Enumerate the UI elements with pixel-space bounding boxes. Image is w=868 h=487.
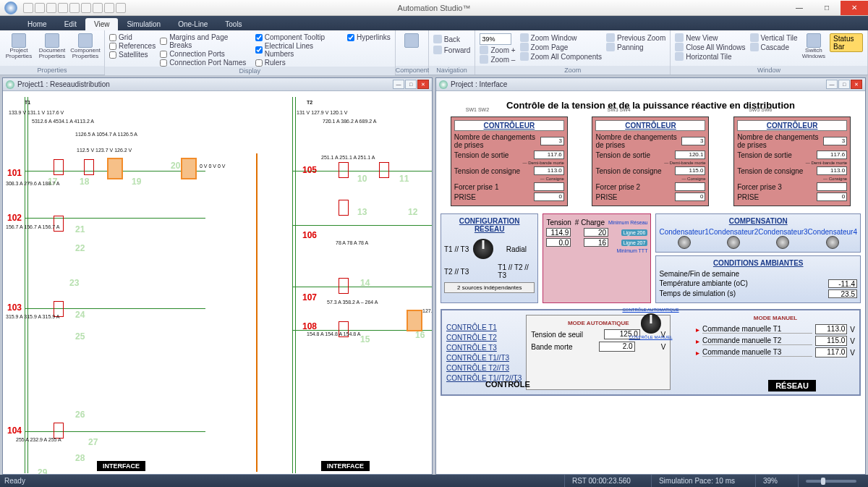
two-sources-button[interactable]: 2 sources indépendantes	[444, 282, 535, 293]
control-link[interactable]: CONTRÔLE T2//T3	[446, 364, 522, 372]
qat-save-icon[interactable]	[23, 3, 33, 13]
check-conn-ports[interactable]: Connection Ports	[160, 50, 251, 58]
qat-copy-icon[interactable]	[69, 3, 80, 13]
value-field[interactable]: 3	[823, 137, 847, 145]
panel-min-icon[interactable]: —	[393, 80, 404, 89]
value-field[interactable]: 115.0	[675, 166, 705, 175]
bus-104: 104	[7, 425, 22, 436]
tab-tools[interactable]: Tools	[216, 18, 250, 30]
value-field[interactable]: 113.0	[534, 166, 564, 175]
check-tooltip[interactable]: Component Tooltip	[255, 33, 343, 41]
nav-forward-button[interactable]: Forward	[433, 46, 471, 54]
value-field[interactable]: 0	[817, 192, 847, 201]
control-link[interactable]: CONTRÔLE T3	[446, 344, 522, 352]
value-field[interactable]: 117.6	[534, 151, 564, 159]
panel-close-icon[interactable]: ✕	[851, 80, 862, 89]
close-button[interactable]: ✕	[841, 1, 868, 15]
value-field[interactable]: 0	[675, 192, 705, 201]
zoom-input[interactable]	[480, 33, 511, 45]
zoom-slider[interactable]	[806, 480, 856, 483]
manual-value[interactable]: 113.0	[815, 324, 847, 334]
control-link[interactable]: CONTRÔLE T1	[446, 323, 522, 331]
check-references[interactable]: References	[109, 42, 156, 50]
check-rulers[interactable]: Rulers	[255, 59, 343, 67]
panel-close-icon[interactable]: ✕	[417, 80, 429, 89]
value-field[interactable]: 3	[540, 137, 564, 145]
minimize-button[interactable]: —	[786, 1, 813, 15]
cascade-button[interactable]: Cascade	[750, 43, 798, 51]
tab-home[interactable]: Home	[19, 18, 56, 30]
qat-undo-icon[interactable]	[35, 3, 45, 13]
qat-stop-icon[interactable]	[116, 3, 126, 13]
maximize-button[interactable]: □	[813, 1, 841, 15]
document-icon	[12, 33, 26, 48]
capacitor-toggle[interactable]	[776, 236, 789, 249]
vtile-button[interactable]: Vertical Tile	[750, 33, 798, 42]
zoom-all-button[interactable]: Zoom All Components	[520, 52, 602, 61]
capacitor-toggle[interactable]	[826, 236, 839, 249]
line-button[interactable]: Ligne 207	[621, 240, 648, 246]
zoom-out-icon	[480, 55, 488, 64]
check-margins[interactable]: Margins and Page Breaks	[160, 33, 251, 49]
project-properties-button[interactable]: Project Properties	[4, 32, 33, 59]
panel-min-icon[interactable]: —	[826, 80, 838, 89]
capacitor-toggle[interactable]	[678, 236, 691, 249]
manual-value[interactable]: 117.0	[815, 347, 847, 357]
controller-card: SW3 SW4CONTRÔLEURNombre de changements d…	[592, 117, 709, 206]
selector-dial[interactable]	[473, 239, 493, 259]
qat-paste-icon[interactable]	[81, 3, 91, 13]
interface-header[interactable]: Project : Interface —□✕	[436, 78, 865, 91]
component-button[interactable]	[400, 32, 424, 48]
value-field[interactable]: 120.1	[675, 151, 705, 159]
status-bar-toggle[interactable]: Status Bar	[830, 33, 863, 52]
tab-oneline[interactable]: One-Line	[169, 18, 216, 30]
control-link[interactable]: CONTRÔLE T1//T3	[446, 354, 522, 362]
interface-canvas[interactable]: Contrôle de la tension et de la puissanc…	[436, 91, 865, 474]
value-field[interactable]	[534, 182, 564, 191]
close-all-button[interactable]: Close All Windows	[675, 43, 745, 51]
schematic-header[interactable]: Project1 : Reseaudistribution —□✕	[3, 78, 432, 91]
check-satellites[interactable]: Satellites	[109, 51, 156, 59]
schematic-canvas[interactable]: 101 102 103 104 105 106 107 108 17 18 19…	[3, 91, 432, 474]
capacitor-toggle[interactable]	[727, 236, 740, 249]
manual-value[interactable]: 115.0	[815, 336, 847, 346]
qat-cut-icon[interactable]	[58, 3, 68, 13]
qat-pause-icon[interactable]	[104, 3, 114, 13]
switch-windows-button[interactable]: Switch Windows	[802, 32, 825, 59]
line-button[interactable]: Ligne 206	[621, 229, 648, 236]
value-field[interactable]: 0	[534, 192, 564, 201]
value-field[interactable]	[675, 182, 705, 191]
nav-back-button[interactable]: Back	[433, 35, 460, 43]
control-link[interactable]: CONTRÔLE T2	[446, 334, 522, 342]
breaker-icon	[54, 423, 64, 439]
value-field[interactable]: 3	[681, 137, 705, 145]
tab-view[interactable]: View	[85, 18, 119, 30]
mode-selector[interactable]: CONTRÔLE AUTOMATIQUE CONTRÔLE MANUEL	[622, 308, 678, 339]
qat-run-icon[interactable]	[93, 3, 103, 13]
new-view-button[interactable]: New View	[675, 33, 745, 42]
breaker-icon	[84, 159, 94, 175]
component-properties-button[interactable]: Component Properties	[71, 32, 100, 59]
check-grid[interactable]: Grid	[109, 33, 156, 41]
check-conn-port-names[interactable]: Connection Port Names	[160, 59, 251, 67]
value-field[interactable]: 113.0	[817, 166, 847, 175]
value-field[interactable]	[817, 182, 847, 191]
panel-max-icon[interactable]: □	[405, 80, 417, 89]
zoom-plus-button[interactable]: Zoom +	[480, 46, 515, 54]
prev-zoom-button[interactable]: Previous Zoom	[606, 33, 665, 42]
qat-redo-icon[interactable]	[46, 3, 56, 13]
panning-button[interactable]: Panning	[606, 43, 665, 51]
zoom-minus-button[interactable]: Zoom –	[480, 55, 515, 64]
tab-simulation[interactable]: Simulation	[118, 18, 169, 30]
ambient-card: CONDITIONS AMBIANTES Semaine/Fin de sema…	[655, 255, 861, 303]
check-hyperlinks[interactable]: Hyperlinks	[347, 33, 391, 41]
tab-edit[interactable]: Edit	[56, 18, 85, 30]
zoom-window-button[interactable]: Zoom Window	[520, 33, 602, 42]
value-field[interactable]: 117.6	[817, 151, 847, 159]
panel-max-icon[interactable]: □	[838, 80, 850, 89]
htile-button[interactable]: Horizontal Tile	[675, 52, 745, 61]
reseau-button[interactable]: RÉSEAU	[768, 380, 816, 391]
zoom-page-button[interactable]: Zoom Page	[520, 43, 602, 51]
check-elec-lines[interactable]: Electrical Lines Numbers	[255, 42, 343, 58]
document-properties-button[interactable]: Document Properties	[38, 32, 67, 59]
